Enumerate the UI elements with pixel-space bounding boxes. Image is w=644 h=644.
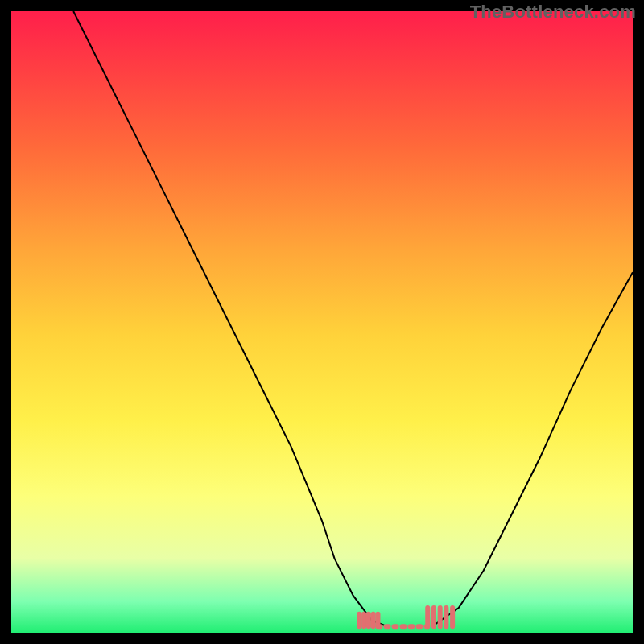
left-marker-cluster <box>359 614 378 626</box>
watermark-text: TheBottleneck.com <box>470 2 636 23</box>
bottleneck-curve-right <box>434 272 633 625</box>
chart-overlay <box>11 11 633 633</box>
right-marker-cluster <box>427 608 452 626</box>
bottleneck-curve-left <box>73 11 384 625</box>
